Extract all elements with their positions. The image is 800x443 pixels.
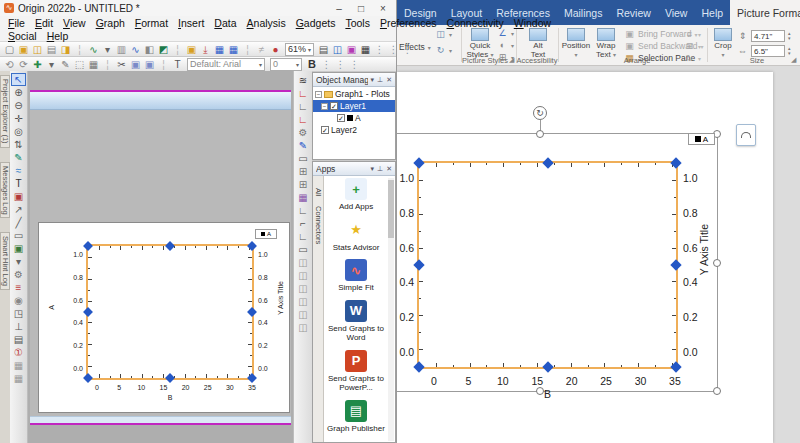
ribbon-tab[interactable]: Mailings [557,0,610,25]
reset-picture-button[interactable]: ↻▾ [435,45,452,55]
app-item[interactable]: + Add Apps [325,178,387,212]
tool-icon[interactable]: ∟ [297,113,310,126]
collapse-icon[interactable]: − [321,103,328,110]
tool-icon[interactable]: ▣ [11,190,26,203]
toolbar-icon[interactable]: ▾ [45,58,58,71]
tool-icon[interactable]: ≋ [297,74,310,87]
tool-icon[interactable]: ≡ [11,281,26,294]
toolbar-icon[interactable]: ▦ [87,58,100,71]
menu-item[interactable]: Help [43,30,73,42]
toolbar-icon[interactable]: ◩ [157,43,170,56]
tool-icon[interactable]: ≈ [11,164,26,177]
toolbar-icon[interactable]: ▢ [3,43,16,56]
width-stepper[interactable]: ▴▾ [788,46,791,56]
toolbar-icon[interactable]: ▥ [115,43,128,56]
menu-item[interactable]: Format [131,17,172,29]
toolbar-icon[interactable]: ▦ [213,43,226,56]
maximize-button[interactable]: □ [352,3,370,14]
tree-row-graph1[interactable]: − Graph1 - Plots [313,88,395,100]
toolbar-icon[interactable]: ¦ [73,43,86,56]
tool-icon[interactable]: ⌐ [297,217,310,230]
toolbar-icon[interactable]: ▤ [317,43,330,56]
selection-handle[interactable] [247,373,257,383]
toolbar-icon[interactable]: ⟳ [17,58,30,71]
pin-icon[interactable]: ⊥ [377,76,383,84]
apps-tab[interactable]: All [314,188,323,196]
crop-button[interactable]: Crop▾ [711,27,735,60]
resize-handle[interactable] [536,130,544,138]
graph-window-scrollbar[interactable] [30,416,291,423]
tool-icon[interactable]: ▦ [11,372,26,385]
layout-options-button[interactable] [736,124,756,146]
plot-frame[interactable] [86,244,254,380]
tool-icon[interactable]: ▭ [297,243,310,256]
tool-icon[interactable]: ◫ [297,295,310,308]
graph1-window[interactable]: A 1.00.80.60.40.20.0 1.00.80.60.40.20.0 … [30,90,291,425]
tool-icon[interactable]: ▾ [11,255,26,268]
tool-icon[interactable]: ▣ [11,242,26,255]
rotate-handle-icon[interactable]: ↻ [533,106,547,120]
tool-icon[interactable]: ◫ [297,308,310,321]
tool-icon[interactable]: ╱ [11,216,26,229]
tool-icon[interactable]: ◳ [11,307,26,320]
checkbox-checked-icon[interactable]: ✓ [337,114,345,122]
tool-icon[interactable]: ▭ [11,229,26,242]
tool-icon[interactable]: ⇅ [11,138,26,151]
tab-picture-format[interactable]: Picture Format [730,0,800,25]
menu-item[interactable]: Gadgets [292,17,340,29]
selection-handle[interactable] [83,373,93,383]
panel-menu-icon[interactable]: ▾ [371,76,375,84]
tool-icon[interactable]: ▭ [297,152,310,165]
toolbar-icon[interactable]: ∿ [87,43,100,56]
toolbar-icon[interactable]: ▾ [101,43,114,56]
tool-icon[interactable]: ↗ [11,203,26,216]
toolbar-icon[interactable]: ▦ [359,43,372,56]
toolbar-icon[interactable]: ✂ [115,58,128,71]
font-select[interactable]: Default: Arial▾ [187,58,265,71]
tool-icon[interactable]: ∟ [297,230,310,243]
side-panel-tab[interactable]: Smart Hint Log [0,232,10,290]
toolbar-icon[interactable]: ¦ [171,43,184,56]
zoom-select[interactable]: 61%▾ [285,43,314,56]
tool-icon[interactable]: ✎ [11,151,26,164]
toolbar-icon[interactable]: ⋮ [348,58,361,71]
tool-icon[interactable]: ⊕ [11,86,26,99]
x-axis-title[interactable]: B [86,394,254,401]
picture-border-button[interactable]: ∠▾ [497,28,514,38]
tool-icon[interactable]: ⚙ [11,268,26,281]
toolbar-icon[interactable]: ◧ [143,43,156,56]
tree-row-layer2[interactable]: ✓ Layer2 [313,124,395,136]
tool-icon[interactable]: ⊖ [11,99,26,112]
object-manager-header[interactable]: Object Manager ▾ ⊥ ✕ [313,73,395,87]
toolbar-icon[interactable]: ▣ [345,43,358,56]
tool-icon[interactable]: ∟ [297,204,310,217]
height-stepper[interactable]: ▴▾ [788,31,791,41]
toolbar-icon[interactable]: ⋮ [387,43,400,56]
tree-row-layer1[interactable]: − ✓ Layer1 [313,100,395,112]
close-button[interactable]: × [374,3,392,14]
y-axis-title-left[interactable]: A [48,305,55,310]
pin-icon[interactable]: ⊥ [377,165,383,173]
tool-icon[interactable]: ⊞ [297,165,310,178]
toolbar-icon[interactable]: ▣ [143,58,156,71]
toolbar-icon[interactable]: ◫ [331,43,344,56]
toolbar-icon[interactable]: ⤓ [199,43,212,56]
resize-handle[interactable] [713,387,721,395]
word-page[interactable]: ↻ A 1.00.80.60.40.20.0 1.00.80.60.40.20.… [397,72,773,443]
toolbar-icon[interactable]: ▣ [129,58,142,71]
tool-icon[interactable]: T [11,177,26,190]
toolbar-icon[interactable]: ¦ [157,58,170,71]
menu-item[interactable]: Connectivity [443,17,508,29]
ribbon-tab[interactable]: Review [609,0,657,25]
tool-icon[interactable]: ∟ [297,100,310,113]
graph-window-titlebar[interactable] [30,92,291,110]
tree-row-plot-a[interactable]: ✓ A [313,112,395,124]
toolbar-icon[interactable]: ● [269,43,282,56]
tool-icon[interactable]: ◎ [11,125,26,138]
checkbox-checked-icon[interactable]: ✓ [321,126,329,134]
toolbar-icon[interactable]: ⋮ [334,58,347,71]
picture-effects-button[interactable]: ◐▾ [497,40,514,50]
tool-icon[interactable]: ◫ [297,321,310,334]
menu-item[interactable]: Graph [92,17,129,29]
change-picture-button[interactable]: ◫▾ [435,29,452,39]
